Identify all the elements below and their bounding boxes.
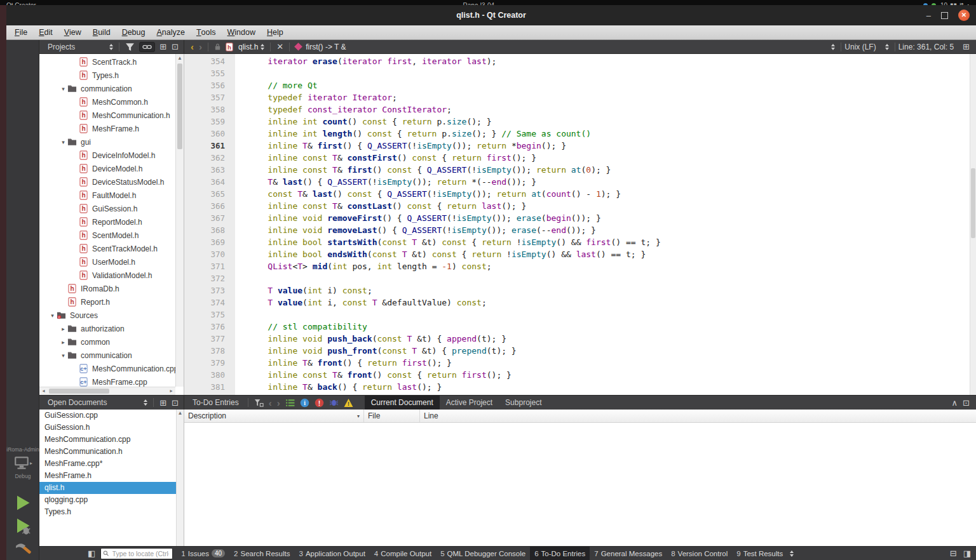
scroll-left-icon[interactable]: ◂ [39,387,48,395]
scroll-right-icon[interactable]: ▸ [167,387,175,395]
open-document-row[interactable]: MeshCommunication.cpp [39,434,184,446]
close-document-icon[interactable]: ✕ [276,43,283,51]
open-docs-combo-icon[interactable] [144,399,147,406]
run-button[interactable] [13,493,32,512]
line-number[interactable]: 360 [184,128,235,140]
code-line[interactable]: inline void push_front(const T &t) { pre… [248,345,970,357]
menu-help[interactable]: Help [261,25,289,39]
tree-item[interactable]: MeshFrame.cpp [39,375,175,387]
column-file[interactable]: File [364,410,420,422]
todo-next-icon[interactable]: › [277,398,280,408]
line-number[interactable]: 381 [184,381,235,393]
document-dropdown-icon[interactable] [261,44,264,50]
line-number[interactable]: 378 [184,345,235,357]
panes-overflow-combo-icon[interactable] [790,550,794,557]
collapse-panel-icon[interactable]: ∧ [952,399,958,407]
tree-item[interactable]: Report.h [39,295,175,309]
code-line[interactable]: inline bool startsWith(const T &t) const… [248,236,970,248]
panel-selector-combo-icon[interactable] [109,44,113,50]
line-number[interactable]: 357 [184,91,235,103]
close-panel-icon[interactable]: ⊡ [172,43,179,51]
line-number[interactable]: 355 [184,67,235,79]
line-number[interactable]: 371 [184,260,235,272]
tree-hscrollbar-thumb[interactable] [49,389,109,394]
open-document-row[interactable]: Types.h [39,506,184,518]
code-line[interactable]: inline const T& constFirst() const { ret… [248,152,970,164]
code-line[interactable]: typedef iterator Iterator; [248,91,970,103]
todo-list-icon[interactable] [285,398,295,408]
tree-vertical-scrollbar[interactable]: ▲ [175,54,184,387]
open-document-row[interactable]: MeshCommunication.h [39,446,184,458]
menu-view[interactable]: View [58,25,87,39]
code-line[interactable]: inline T& first() { Q_ASSERT(!isEmpty())… [248,140,970,152]
maximize-button[interactable] [941,12,948,19]
code-line[interactable]: T& last() { Q_ASSERT(!isEmpty()); return… [248,176,970,188]
menu-window[interactable]: Window [222,25,261,39]
split-panel-icon[interactable]: ⊞ [159,43,166,51]
output-pane-version-control[interactable]: 8Version Control [667,547,732,560]
projects-panel-title[interactable]: Projects [48,43,75,51]
tree-item[interactable]: IRomaDb.h [39,282,175,295]
line-number[interactable]: 369 [184,236,235,248]
locator-input[interactable] [111,549,171,558]
code-editor[interactable]: 3543553563573583593603613623633643653663… [184,54,976,395]
editor-vertical-scrollbar[interactable] [970,54,976,395]
sort-filter-icon[interactable] [254,398,264,408]
line-number[interactable]: 374 [184,297,235,309]
expand-arrow-icon[interactable]: ▾ [59,86,67,92]
line-number[interactable]: 354 [184,55,235,67]
scroll-up-icon[interactable]: ▲ [176,54,184,62]
close-todo-panel-icon[interactable]: ⊡ [963,399,970,407]
line-number[interactable]: 372 [184,272,235,284]
line-number[interactable]: 376 [184,321,235,333]
tree-item[interactable]: ▾gui [39,135,175,149]
code-line[interactable]: // stl compatibility [248,321,970,333]
expand-arrow-icon[interactable]: ▾ [59,139,67,145]
todo-prev-icon[interactable]: ‹ [269,398,272,408]
todo-tab-subproject[interactable]: Subproject [499,396,548,410]
tree-item[interactable]: DeviceInfoModel.h [39,149,175,162]
column-line[interactable]: Line [420,410,976,422]
current-symbol[interactable]: first() -> T & [306,43,346,51]
line-number[interactable]: 370 [184,248,235,260]
expand-arrow-icon[interactable]: ▸ [59,339,67,345]
docs-scroll-up-icon[interactable]: ▲ [177,410,184,417]
code-line[interactable]: typedef const_iterator ConstIterator; [248,103,970,116]
line-number[interactable]: 377 [184,333,235,345]
code-line[interactable]: inline const T& constLast() const { retu… [248,200,970,212]
output-pane-to-do-entries[interactable]: 6To-Do Entries [530,547,590,560]
output-pane-search-results[interactable]: 2Search Results [229,547,294,560]
code-line[interactable]: inline const T& first() const { Q_ASSERT… [248,164,970,176]
todo-tab-active-project[interactable]: Active Project [440,396,499,410]
menu-tools[interactable]: Tools [191,25,222,39]
info-filter-icon[interactable] [300,398,309,408]
tree-item[interactable]: Types.h [39,69,175,82]
go-back-icon[interactable]: ‹ [191,42,194,51]
code-line[interactable]: inline bool endsWith(const T &t) const {… [248,248,970,260]
tree-item[interactable]: MeshCommunication.h [39,109,175,122]
line-number[interactable]: 364 [184,176,235,188]
menu-analyze[interactable]: Analyze [151,25,190,39]
close-button[interactable]: ✕ [958,10,970,21]
code-line[interactable] [248,272,970,284]
code-line[interactable]: inline T& front() { return first(); } [248,357,970,369]
open-docs-close-icon[interactable]: ⊡ [172,399,179,407]
line-number[interactable]: 361 [184,140,235,152]
code-line[interactable]: inline void removeLast() { Q_ASSERT(!isE… [248,224,970,236]
line-number-gutter[interactable]: 3543553563573583593603613623633643653663… [184,54,235,395]
open-document-row[interactable]: qlogging.cpp [39,494,184,506]
expand-arrow-icon[interactable]: ▸ [59,326,67,332]
menu-file[interactable]: File [9,25,33,39]
tree-item[interactable]: GuiSession.h [39,202,175,215]
code-line[interactable]: inline void removeFirst() { Q_ASSERT(!is… [248,212,970,224]
tree-item[interactable]: DeviceModel.h [39,162,175,175]
tree-item[interactable]: ▸common [39,335,175,349]
minimize-button[interactable]: – [926,11,931,20]
line-number[interactable]: 365 [184,188,235,200]
output-pane-application-output[interactable]: 3Application Output [294,547,369,560]
code-line[interactable]: inline int length() const { return p.siz… [248,128,970,140]
cursor-position[interactable]: Line: 361, Col: 5 [898,43,954,51]
tree-scrollbar-thumb[interactable] [177,63,182,149]
tree-item[interactable]: ScentModel.h [39,229,175,242]
encoding-combo-icon[interactable] [831,44,835,50]
